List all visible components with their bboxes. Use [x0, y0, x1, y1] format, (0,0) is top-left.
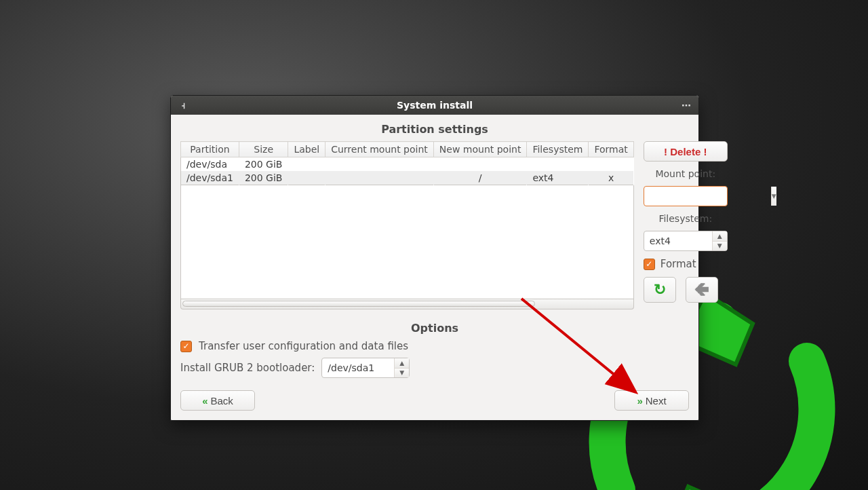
transfer-checkbox[interactable]: [180, 341, 192, 352]
format-checkbox[interactable]: [644, 259, 655, 270]
filesystem-value: ext4: [644, 231, 712, 250]
col-current-mount[interactable]: Current mount point: [326, 142, 434, 157]
mount-point-label: Mount point:: [644, 168, 728, 179]
filesystem-label: Filesystem:: [644, 213, 728, 224]
chevron-left-icon: «: [202, 395, 206, 407]
col-filesystem[interactable]: Filesystem: [527, 142, 589, 157]
col-partition[interactable]: Partition: [181, 142, 239, 157]
transfer-checkbox-label: Transfer user configuration and data fil…: [199, 340, 408, 352]
filesystem-down[interactable]: ▼: [713, 241, 727, 251]
table-row[interactable]: /dev/sda1 200 GiB / ext4 x: [181, 171, 634, 185]
filesystem-select[interactable]: ext4 ▲ ▼: [644, 231, 728, 251]
back-button-label: Back: [210, 395, 233, 407]
titlebar[interactable]: ⫞ System install ⋯: [171, 96, 698, 115]
delete-button[interactable]: ! Delete !: [644, 141, 728, 162]
grub-up[interactable]: ▲: [395, 358, 409, 368]
mount-point-input[interactable]: [644, 187, 771, 206]
next-button-label: Next: [646, 395, 667, 407]
delete-button-label: ! Delete !: [664, 146, 707, 157]
grub-target-value: /dev/sda1: [322, 358, 394, 377]
mount-point-combo[interactable]: ▼: [644, 186, 728, 206]
partition-table[interactable]: Partition Size Label Current mount point…: [180, 141, 634, 185]
grub-down[interactable]: ▼: [395, 368, 409, 378]
grub-target-select[interactable]: /dev/sda1 ▲ ▼: [321, 358, 410, 378]
filesystem-up[interactable]: ▲: [713, 231, 727, 241]
installer-window: ⫞ System install ⋯ Partition settings Pa…: [170, 95, 699, 421]
col-new-mount[interactable]: New mount point: [433, 142, 527, 157]
window-title: System install: [397, 100, 473, 111]
partition-settings-heading: Partition settings: [180, 123, 689, 136]
chevron-down-icon: ▼: [772, 193, 776, 200]
grub-label: Install GRUB 2 bootloader:: [180, 362, 315, 374]
refresh-button[interactable]: ↻: [644, 277, 676, 303]
mount-point-dropdown[interactable]: ▼: [771, 187, 776, 206]
back-button[interactable]: « Back: [180, 390, 255, 411]
horizontal-scrollbar[interactable]: [180, 299, 634, 309]
arrow-left-icon: 🡸: [694, 281, 709, 299]
titlebar-left-control[interactable]: ⫞: [172, 96, 194, 115]
refresh-icon: ↻: [654, 281, 666, 299]
table-row[interactable]: /dev/sda 200 GiB: [181, 157, 634, 172]
options-heading: Options: [180, 322, 689, 335]
titlebar-right-control[interactable]: ⋯: [675, 96, 697, 115]
chevron-right-icon: »: [637, 395, 641, 407]
table-empty-area[interactable]: [180, 185, 634, 299]
col-size[interactable]: Size: [239, 142, 288, 157]
next-button[interactable]: » Next: [614, 390, 689, 411]
col-format[interactable]: Format: [589, 142, 633, 157]
col-label[interactable]: Label: [288, 142, 326, 157]
format-checkbox-label: Format: [660, 258, 696, 270]
undo-button[interactable]: 🡸: [686, 277, 718, 303]
